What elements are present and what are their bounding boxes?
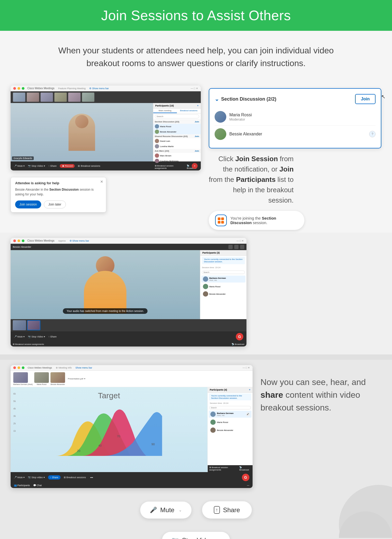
chart-title: Target	[19, 391, 199, 400]
breakout-participant-maria: Maria Rossi	[201, 283, 245, 290]
pres-maria-avatar	[210, 420, 216, 425]
participants-tab[interactable]: 👥 Participants	[14, 484, 30, 487]
thumbnail-1	[13, 92, 25, 102]
breakout-sessions-button[interactable]: ⊞ Breakout sessions	[78, 165, 100, 167]
pres-description-text: Now you can see, hear, and share content…	[261, 376, 381, 414]
mute-icon: 🎤	[150, 507, 157, 514]
breakout-title-bar: Cisco Webex Meetings Approx ⚙ Show menu …	[11, 238, 246, 244]
breakout-maximize[interactable]	[22, 239, 24, 242]
pres-presenter-3: Bessie Alexander	[50, 372, 65, 385]
bottom-controls-section: 🎤 Mute ⌄ ↑ Share	[0, 493, 392, 532]
breakout-close[interactable]	[13, 239, 16, 242]
breakout-mute-btn[interactable]: 🎤 Mute ▾	[14, 335, 25, 338]
presentation-file-label: Presentation.pdf ▾	[68, 378, 85, 380]
pres-presenter-1: Barbara German (Host)	[13, 372, 33, 385]
maximize-button[interactable]	[22, 87, 24, 90]
barbara-name: Barbara German	[209, 277, 226, 279]
meeting-name: Feature Planning Meeting	[58, 87, 86, 90]
notification-buttons: Join session Join later	[15, 200, 102, 208]
pres-meeting-info[interactable]: ⊕ Meeting Info	[56, 366, 72, 369]
presentation-window-container: Cisco Webex Meetings ⊕ Meeting Info Show…	[11, 365, 253, 488]
thumbnail-6	[82, 92, 95, 102]
pres-maria-name: Maria Rossi	[217, 421, 228, 423]
tag-icon-1	[228, 245, 233, 249]
more-options-dots[interactable]: •••	[90, 476, 93, 479]
webex-meeting-window: Cisco Webex Meetings Feature Planning Me…	[11, 85, 201, 170]
participants-search-input[interactable]	[155, 114, 199, 118]
pres-barbara-role: Host, mic	[217, 414, 234, 416]
session-dot-2	[221, 217, 224, 220]
pres-participant-maria: Maria Rossi	[209, 419, 252, 426]
pres-share-btn[interactable]: ↑ Share	[48, 475, 61, 480]
thumbnail-2	[27, 92, 39, 102]
pres-stop-video-btn[interactable]: 📷 Stop video ▾	[28, 476, 45, 479]
main-meeting-tab[interactable]: Main meeting	[153, 109, 177, 113]
svg-text:40: 40	[98, 444, 101, 447]
section-disc-header: ⌄ Section Discussion (2/2) Join ↖	[215, 94, 376, 104]
breakout-bottom-bar: ⊞ Breakout session assignments 📡 Broadca…	[11, 342, 246, 346]
join-session-button[interactable]: Join session	[15, 200, 41, 208]
session-dot-3	[218, 221, 220, 224]
breakout-end-btn[interactable]: G	[236, 333, 243, 340]
share-button[interactable]: ↑ Share	[48, 165, 57, 167]
stop-video-big-button[interactable]: 📷 Stop Video ⌄	[162, 532, 230, 539]
pres-show-menu[interactable]: Show menu bar	[75, 366, 92, 369]
bessie-avatar-small	[203, 291, 208, 297]
notification-text: Bessie Alexander in the Section Discussi…	[15, 187, 102, 197]
pres-barbara-ctrl-1[interactable]: 🎤	[246, 412, 250, 416]
participants-panel-header: Participants (15) +	[153, 103, 201, 109]
description-text: Click Join Session from the notification…	[209, 154, 294, 206]
mute-button[interactable]: 🎤 Mute ▾	[14, 165, 25, 167]
breakout-stop-video-btn[interactable]: 📷 Stop Video ▾	[28, 335, 45, 338]
pres-minimize[interactable]	[18, 366, 20, 369]
show-menu-bar[interactable]: ⚙ Show menu bar	[89, 87, 109, 90]
session-connected-note: You're currently connected to the Sectio…	[202, 257, 245, 264]
end-button[interactable]: ✕	[192, 163, 198, 169]
thumbnail-3	[40, 92, 53, 102]
breakout-show-menu[interactable]: ⚙ Show menu bar	[70, 239, 89, 242]
pres-maximize[interactable]	[22, 366, 24, 369]
join-later-button[interactable]: Join later	[44, 200, 66, 208]
breakout-app-name: Cisco Webex Meetings	[27, 239, 54, 242]
breakout-share-btn[interactable]: ↑ Share	[48, 335, 57, 338]
header: Join Sessions to Assist Others	[0, 0, 392, 31]
stop-video-button[interactable]: 📷 Stop Video ▾	[28, 165, 45, 167]
breakout-search-input[interactable]	[202, 271, 245, 274]
pres-main-area: 6k5k4k3k2k1k Target	[11, 387, 253, 472]
pres-session-time: Session time: 19:24	[208, 401, 253, 405]
share-big-button[interactable]: ↑ Share	[202, 501, 252, 519]
chat-tab[interactable]: 💬 Chat	[33, 484, 42, 487]
pres-close[interactable]	[13, 366, 16, 369]
breakout-sessions-tab[interactable]: Breakout sessions	[177, 109, 201, 113]
share-icon: ↑	[214, 506, 220, 514]
section-discussion-label: Section Discussion (2/2) Join	[153, 120, 201, 124]
window-controls: — □ ✕	[191, 87, 198, 90]
section-separator	[0, 354, 392, 360]
pres-barbara-avatar	[210, 412, 216, 417]
bk-thumb-1	[13, 320, 26, 330]
pres-chat-bar: 👥 Participants 💬 Chat —	[11, 483, 253, 488]
pres-mute-btn[interactable]: 🎤 Mute ▾	[14, 476, 25, 479]
mute-label: Mute	[160, 506, 174, 514]
participant-bessie-alexander: Bessie Alexander	[153, 129, 201, 134]
section-disc-title: ⌄ Section Discussion (2/2)	[215, 96, 276, 102]
bk-thumb-2	[27, 320, 40, 330]
section-disc-join-button[interactable]: Join	[355, 94, 376, 104]
pres-breakout-btn[interactable]: ⊞ Breakout sessions	[64, 476, 86, 479]
mute-big-button[interactable]: 🎤 Mute ⌄	[140, 502, 191, 519]
more-tabs[interactable]: —	[247, 484, 249, 487]
section-disc-member-bessie: Bessie Alexander ?	[215, 126, 376, 143]
pres-end-btn[interactable]: G	[242, 474, 249, 481]
breakout-video-area: Your audio has switched from main meetin…	[11, 250, 200, 319]
webex-title-bar: Cisco Webex Meetings Feature Planning Me…	[11, 85, 201, 91]
close-notification-button[interactable]: ✕	[100, 179, 103, 184]
record-button[interactable]: ⏺ Record	[60, 164, 75, 168]
close-button[interactable]	[13, 87, 16, 90]
svg-text:70: 70	[117, 435, 120, 438]
thumbnail-5	[68, 92, 81, 102]
breakout-minimize[interactable]	[18, 239, 20, 242]
minimize-button[interactable]	[18, 87, 20, 90]
pres-search-input[interactable]	[209, 406, 251, 409]
bessie-alexander-avatar	[215, 128, 226, 140]
maria-rossi-avatar	[215, 111, 226, 123]
